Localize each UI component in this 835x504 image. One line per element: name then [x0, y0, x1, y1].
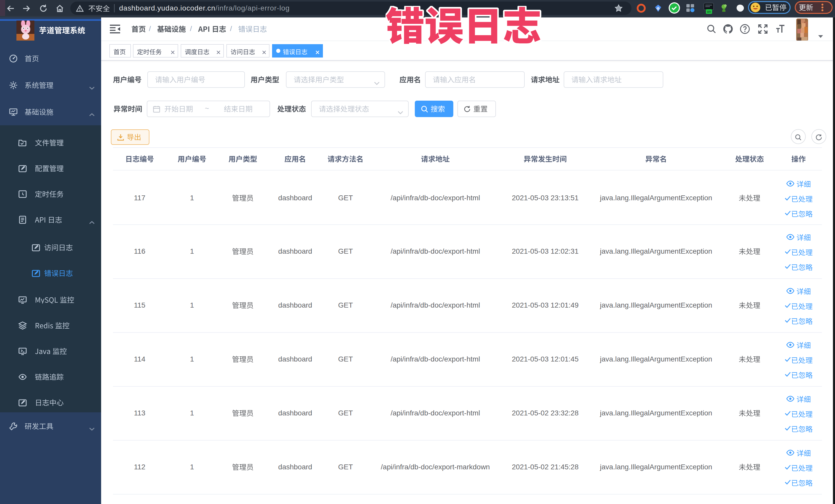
svg-text:on: on — [707, 9, 711, 14]
